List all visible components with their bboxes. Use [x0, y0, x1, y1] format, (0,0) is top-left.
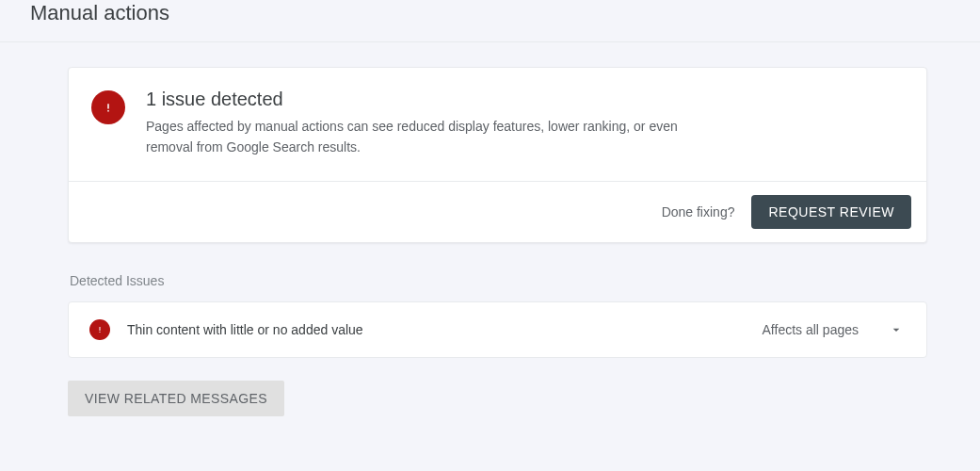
issue-row[interactable]: Thin content with little or no added val…	[68, 301, 927, 358]
summary-title: 1 issue detected	[146, 89, 904, 110]
summary-card-body: 1 issue detected Pages affected by manua…	[69, 68, 926, 181]
issue-title: Thin content with little or no added val…	[127, 322, 746, 337]
issue-scope: Affects all pages	[763, 322, 859, 337]
summary-description: Pages affected by manual actions can see…	[146, 116, 692, 158]
summary-card-actions: Done fixing? REQUEST REVIEW	[69, 181, 926, 242]
alert-icon	[91, 90, 125, 124]
summary-card: 1 issue detected Pages affected by manua…	[68, 67, 927, 243]
alert-icon	[89, 319, 110, 340]
main-content: 1 issue detected Pages affected by manua…	[0, 42, 980, 416]
detected-issues-label: Detected Issues	[70, 273, 927, 288]
summary-text: 1 issue detected Pages affected by manua…	[146, 89, 904, 158]
request-review-button[interactable]: REQUEST REVIEW	[751, 195, 911, 229]
page-title: Manual actions	[0, 1, 980, 41]
done-fixing-label: Done fixing?	[662, 204, 735, 219]
chevron-down-icon	[887, 320, 906, 339]
view-related-messages-button[interactable]: VIEW RELATED MESSAGES	[68, 381, 284, 416]
